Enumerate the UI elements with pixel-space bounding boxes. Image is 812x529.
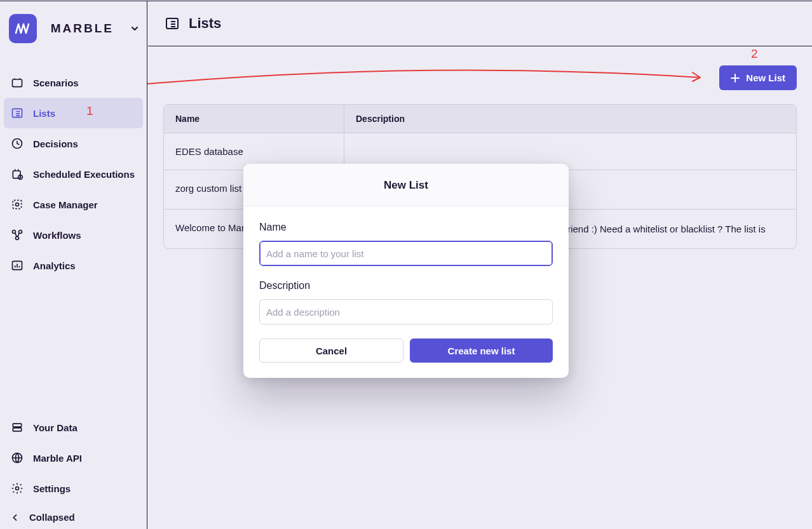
sidebar-item-label: Scenarios [33,77,79,88]
sidebar-item-label: Analytics [33,260,76,271]
sidebar: MARBLE Scenarios Lists Decisions [0,1,147,529]
cancel-button-label: Cancel [316,345,347,356]
brand-name: MARBLE [51,22,114,36]
modal-body: Name Description Cancel Create new list [243,206,569,378]
sidebar-nav-bottom: Your Data Marble API Settings Collapsed [0,412,147,529]
table-header-description: Description [344,105,796,133]
name-label: Name [259,222,553,233]
collapsed-label: Collapsed [29,512,75,523]
sidebar-item-case-manager[interactable]: Case Manager [0,189,147,220]
svg-rect-0 [13,79,22,87]
toolbar: New List [163,65,797,90]
sidebar-item-label: Your Data [33,422,78,433]
name-input[interactable] [259,241,553,266]
sidebar-item-label: Decisions [33,138,78,149]
sidebar-item-decisions[interactable]: Decisions [0,128,147,159]
new-list-button-label: New List [746,72,785,83]
sidebar-item-marble-api[interactable]: Marble API [0,443,147,473]
table-header-row: Name Description [164,105,796,133]
create-button-label: Create new list [448,345,515,356]
sidebar-item-lists[interactable]: Lists [4,98,143,128]
create-new-list-button[interactable]: Create new list [410,338,553,363]
scheduled-executions-icon [10,167,24,181]
brand-caret-icon[interactable] [132,27,138,31]
your-data-icon [10,420,24,434]
svg-rect-11 [13,424,21,427]
sidebar-item-scheduled-executions[interactable]: Scheduled Executions [0,159,147,189]
scenarios-icon [10,76,24,90]
marble-api-icon [10,451,24,465]
svg-rect-3 [13,171,20,178]
sidebar-item-workflows[interactable]: Workflows [0,220,147,250]
sidebar-nav-top: Scenarios Lists Decisions Scheduled Exec… [0,67,147,412]
description-label: Description [259,280,553,291]
sidebar-item-label: Scheduled Executions [33,169,135,180]
modal-actions: Cancel Create new list [259,338,553,363]
analytics-icon [10,258,24,272]
workflows-icon [10,228,24,242]
lists-icon [165,16,180,31]
sidebar-collapse-toggle[interactable]: Collapsed [0,504,147,529]
page-header: Lists [148,1,812,46]
svg-rect-5 [13,200,21,208]
sidebar-item-label: Workflows [33,230,81,241]
marble-logo-icon [14,20,32,37]
svg-point-6 [16,203,19,206]
modal-title: New List [243,164,569,206]
settings-icon [10,481,24,495]
svg-rect-12 [13,428,21,431]
field-name-block: Name [259,222,553,266]
brand-block[interactable]: MARBLE [0,1,147,56]
sidebar-item-label: Settings [33,483,71,494]
page-title: Lists [189,15,221,32]
brand-logo [9,14,37,43]
sidebar-item-analytics[interactable]: Analytics [0,250,147,281]
chevron-left-icon [10,512,20,523]
sidebar-item-your-data[interactable]: Your Data [0,412,147,443]
description-input[interactable] [259,299,553,325]
svg-point-9 [16,237,19,240]
sidebar-item-settings[interactable]: Settings [0,473,147,504]
field-description-block: Description [259,280,553,325]
decisions-icon [10,137,24,151]
sidebar-item-label: Marble API [33,453,82,464]
sidebar-item-label: Case Manager [33,199,98,210]
sidebar-item-label: Lists [33,108,55,119]
case-manager-icon [10,198,24,211]
table-header-name: Name [164,105,344,133]
plus-icon [731,74,740,83]
lists-icon [10,106,24,120]
svg-point-14 [16,487,19,490]
new-list-modal: New List Name Description Cancel Create … [243,164,569,378]
cancel-button[interactable]: Cancel [259,338,403,363]
sidebar-item-scenarios[interactable]: Scenarios [0,67,147,98]
new-list-button[interactable]: New List [719,65,797,90]
